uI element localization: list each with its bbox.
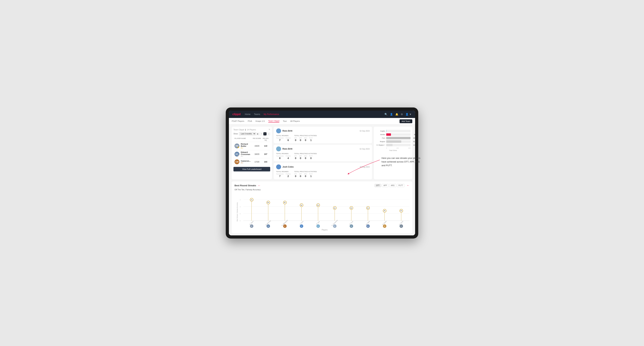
lollipop-stem [334, 210, 335, 221]
edit-icon[interactable]: ✎ [268, 128, 270, 131]
lollipop-item: 5x [293, 193, 310, 221]
card-stats: Total Rounds Tournament 7 Practice [276, 135, 370, 142]
time-filter-select[interactable]: Last 3 months [239, 132, 256, 135]
pill-arg[interactable]: ARG [389, 184, 396, 187]
subnav-pgat[interactable]: PGAT Players [232, 120, 244, 123]
bar-fill [386, 137, 410, 139]
player-name-label: R. Britt [310, 222, 326, 224]
bar-track: 3 [386, 130, 410, 132]
subnav-team-clippd[interactable]: Team Clippd [268, 120, 280, 123]
nav-bar: clippd Home Teams My Performance 🔍 👤 🔔 ⚙… [229, 111, 415, 118]
lollipop-stem [318, 207, 318, 221]
app-logo: clippd [232, 113, 240, 116]
player-score: 18/20 [252, 153, 262, 155]
card-view-icon[interactable]: ◊ [264, 132, 266, 135]
y-ticks: 2 4 6 0 [240, 193, 243, 221]
putt-stat: PUTT 1 [309, 137, 313, 142]
add-team-button[interactable]: Add Team [400, 119, 412, 123]
practice-activities-group: Total Practice Activities OTT 0 APP [294, 153, 317, 160]
card-header: Rees Britt 02 Sep 2023 [276, 147, 370, 151]
rank-badge-3: 3 [238, 163, 240, 164]
user-icon[interactable]: 👤 [390, 113, 393, 116]
lollipop-dot: 5x [316, 203, 320, 207]
player-info: Richard Butler ♥ 1 [241, 143, 252, 149]
pill-putt[interactable]: PUTT [397, 184, 404, 187]
streaks-arrow-icon: ← [258, 184, 261, 187]
rounds-sub-row: Tournament 7 Practice 6 [276, 137, 291, 142]
player-name-label: E. Ebert [243, 222, 260, 224]
subnav-tour[interactable]: Tour [283, 120, 287, 123]
pill-app[interactable]: APP [382, 184, 388, 187]
bar-row: Bogeys 311 [376, 140, 410, 143]
player-name-label: M. Miller [360, 222, 376, 224]
view-full-leaderboard-button[interactable]: View Full Leaderboard [234, 167, 270, 172]
team-title: Team Clippd | 14 Players [234, 129, 256, 131]
card-header: Rees Britt 02 Sep 2023 [276, 128, 370, 133]
player-card-1: Rees Britt 02 Sep 2023 Total Rounds Tour… [274, 127, 372, 143]
grid-view-icon[interactable]: ▦ [256, 132, 259, 135]
lollipop-dot: 4x [350, 206, 353, 210]
player-avg: 110 [262, 145, 269, 147]
player-name-label: D. Billingham [276, 222, 293, 224]
panel-header: Team Clippd | 14 Players ✎ [234, 128, 270, 131]
table-row[interactable]: CM 3 Cameron... ♥ 3 17/20 103 [234, 158, 270, 166]
table-view-icon[interactable]: ▭ [267, 132, 270, 135]
player-name-label: E. Crossman [326, 222, 343, 224]
lollipop-items: 7x 6x 6x 5x 5x 4x 4x 4x 3x 3x [243, 193, 410, 221]
list-view-icon[interactable]: ≡ [260, 132, 263, 135]
player-score: 17/20 [252, 161, 262, 163]
streaks-header: Best Round Streaks ← OTT APP ARG PUTT ← [234, 184, 410, 187]
lollipop-chart-wrapper: Best Streak, Fairway Accuracy [234, 193, 410, 231]
ott-stat: OTT 0 [294, 137, 297, 142]
search-icon[interactable]: 🔍 [384, 113, 388, 116]
player-name-label: J. Coles [293, 222, 310, 224]
player-name-label: B. McHerg [260, 222, 276, 224]
subnav-pga[interactable]: PGA [248, 120, 252, 123]
bar-label: Pars [376, 137, 385, 139]
y-tick-6: 6 [240, 213, 240, 215]
card-avatar [276, 165, 281, 169]
card-player-name: Rees Britt [282, 148, 360, 150]
lollipop-item: 7x [243, 193, 260, 221]
col-pb-avg: PB AVG SQ [262, 138, 269, 141]
streaks-title: Best Round Streaks [234, 184, 256, 187]
practice-activities-label: Total Practice Activities [294, 135, 317, 137]
subnav-all-players[interactable]: All Players [290, 120, 300, 123]
lollipop-item: 5x [310, 193, 326, 221]
total-rounds-group: Total Rounds Tournament 7 Practice [276, 135, 291, 142]
nav-home[interactable]: Home [245, 113, 250, 116]
subnav-hcaps[interactable]: Hcaps 1-5 [256, 120, 264, 123]
rank-badge-1: 1 [238, 147, 240, 148]
bar-value: 131 [413, 144, 415, 146]
lollipop-stem [368, 210, 368, 221]
player-name-label: D. Ford [343, 222, 360, 224]
lollipop-stem [301, 207, 302, 221]
lollipop-stem [285, 204, 285, 221]
bell-icon[interactable]: 🔔 [395, 113, 398, 116]
pill-ott[interactable]: OTT [374, 184, 381, 187]
lollipop-stem [351, 210, 352, 221]
table-row[interactable]: RB 1 Richard Butler ♥ 1 19/20 110 [234, 142, 270, 150]
card-avatar [276, 128, 281, 133]
lollipop-dot: 3x [383, 209, 386, 212]
practice-activities-group: Total Practice Activities OTT 0 APP [294, 171, 317, 177]
app-stat: APP 0 [299, 137, 302, 142]
table-row[interactable]: EC 2 Edward Crossman ♥ 2 18/20 107 [234, 150, 270, 158]
account-icon[interactable]: 👤 ▼ [406, 113, 412, 116]
lollipop-dot: 4x [333, 206, 336, 210]
avatar: CM 3 [234, 159, 240, 164]
lollipop-inner: 7x 6x 6x 5x 5x 4x 4x 4x 3x 3x [240, 193, 410, 231]
total-rounds-label: Total Rounds [276, 135, 291, 137]
sub-nav-links: PGAT Players PGA Hcaps 1-5 Team Clippd T… [232, 120, 400, 123]
settings-icon[interactable]: ⚙ [401, 113, 403, 116]
lollipop-item: 4x [326, 193, 343, 221]
player-avg: 107 [262, 153, 269, 155]
annotation-text: Here you can see streaks your players ha… [382, 157, 420, 167]
nav-teams[interactable]: Teams [254, 113, 260, 116]
nav-my-performance[interactable]: My Performance [264, 113, 279, 116]
col-player-name: PLAYER NAME [234, 138, 252, 141]
lollipop-dot: 5x [300, 203, 303, 207]
rounds-sub-row: Tournament 7 Practice 2 [276, 173, 291, 177]
lollipop-stem [268, 204, 268, 221]
practice-value: 6 [288, 139, 289, 142]
